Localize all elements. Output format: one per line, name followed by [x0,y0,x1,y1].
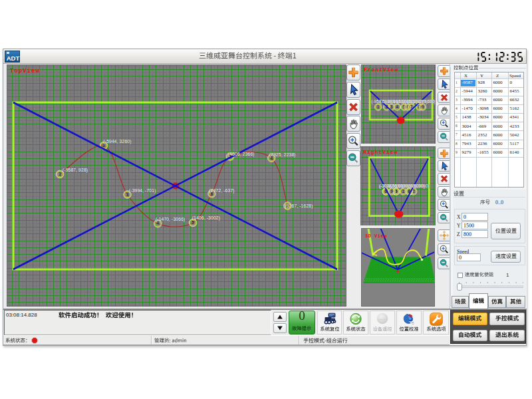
svg-text:(-9587, 928): (-9587, 928) [63,168,88,173]
svg-text:(9267, -1628): (9267, -1628) [285,203,313,209]
svg-text:9: 9 [422,104,424,109]
svg-text:1: 1 [59,172,61,176]
svg-text:(1406, -3002): (1406, -3002) [192,215,220,221]
svg-text:9: 9 [391,189,394,194]
svg-text:3D View: 3D View [365,233,387,239]
svg-text:(-1655,6000): (-1655,6000) [385,184,409,189]
svg-text:1: 1 [402,189,405,194]
svg-text:5: 5 [192,220,194,225]
svg-text:(4506, 2366): (4506, 2366) [228,152,255,157]
svg-text:(-1470, -3066): (-1470, -3066) [156,217,185,222]
svg-text:1: 1 [377,104,380,109]
svg-text:(-3994, -701): (-3994, -701) [129,188,156,194]
svg-text:RightView: RightView [363,149,398,155]
svg-text:4: 4 [156,221,159,225]
svg-text:4: 4 [396,104,399,109]
svg-text:(9279,6000): (9279,6000) [416,99,436,104]
svg-text:TopView: TopView [10,68,40,74]
svg-text:(7925, 2238): (7925, 2238) [269,152,296,158]
svg-text:3: 3 [390,104,393,109]
svg-text:(-5944, 3260): (-5944, 3260) [104,139,132,144]
svg-text:FrontView: FrontView [364,66,398,72]
svg-text:(2972, -637): (2972, -637) [209,188,235,194]
